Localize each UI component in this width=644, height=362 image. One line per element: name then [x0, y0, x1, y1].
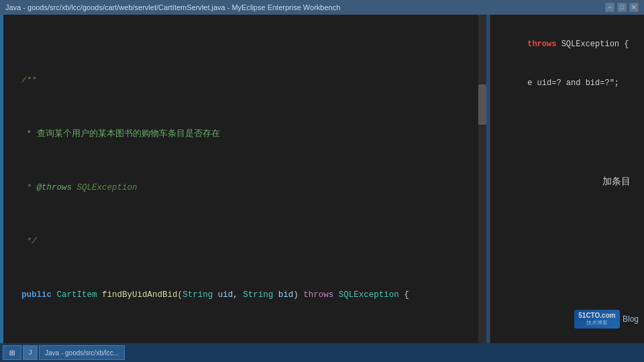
- chinese-label-add-item: 加条目: [602, 176, 631, 188]
- code-line: * @throws SQLException: [3, 181, 486, 194]
- watermark-subtitle-text: 技术博客: [586, 319, 608, 326]
- taskbar[interactable]: ⊞ J Java - goods/src/xb/lcc...: [0, 343, 644, 362]
- code-line: public CartItem findByUidAndBid(String u…: [3, 288, 486, 302]
- start-button[interactable]: ⊞: [3, 345, 21, 360]
- throws-keyword: throws: [527, 40, 556, 49]
- taskbar-app-icon-1[interactable]: J: [23, 345, 38, 360]
- editor-container: /** * 查询某个用户的某本图书的购物车条目是否存在 * @throws SQ…: [0, 15, 644, 362]
- taskbar-app-label[interactable]: Java - goods/src/xb/lcc...: [39, 345, 125, 360]
- watermark-logo: 51CTO.com 技术博客: [574, 310, 620, 328]
- right-panel: throws SQLException { e uid=? and bid=?"…: [490, 15, 644, 362]
- close-button[interactable]: ✕: [629, 3, 639, 12]
- watermark: 51CTO.com 技术博客 Blog: [574, 310, 639, 328]
- code-line: */: [3, 235, 486, 248]
- watermark-site-text: 51CTO.com: [578, 312, 615, 319]
- code-area: /** * 查询某个用户的某本图书的购物车条目是否存在 * @throws SQ…: [3, 20, 486, 362]
- maximize-button[interactable]: □: [617, 3, 627, 12]
- code-line: /**: [3, 74, 486, 87]
- main-editor[interactable]: /** * 查询某个用户的某本图书的购物车条目是否存在 * @throws SQ…: [3, 15, 486, 362]
- watermark-blog-text: Blog: [623, 314, 639, 324]
- title-bar: Java - goods/src/xb/lcc/goods/cart/web/s…: [0, 0, 644, 15]
- scrollbar-thumb[interactable]: [478, 84, 486, 125]
- window-title: Java - goods/src/xb/lcc/goods/cart/web/s…: [5, 3, 605, 11]
- vertical-scrollbar[interactable]: [478, 15, 486, 362]
- right-code-area: throws SQLException { e uid=? and bid=?"…: [493, 20, 641, 108]
- code-line: * 查询某个用户的某本图书的购物车条目是否存在: [3, 127, 486, 141]
- minimize-button[interactable]: −: [605, 3, 614, 12]
- window-controls[interactable]: − □ ✕: [605, 3, 639, 12]
